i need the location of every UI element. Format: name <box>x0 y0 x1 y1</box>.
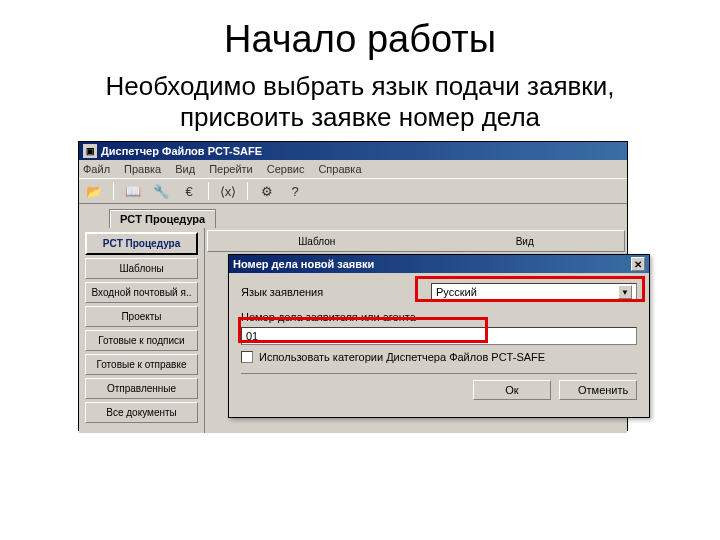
sidebar-item-ready-send[interactable]: Готовые к отправке <box>85 354 198 375</box>
use-categories-checkbox[interactable] <box>241 351 253 363</box>
menu-bar: Файл Правка Вид Перейти Сервис Справка <box>79 160 627 178</box>
close-icon[interactable]: ✕ <box>631 257 645 271</box>
dialog-titlebar: Номер дела новой заявки ✕ <box>229 255 649 273</box>
menu-go[interactable]: Перейти <box>209 163 253 175</box>
separator <box>247 182 248 200</box>
case-number-input[interactable] <box>241 327 637 345</box>
sidebar-item-projects[interactable]: Проекты <box>85 306 198 327</box>
tab-pct-procedure[interactable]: PCT Процедура <box>109 209 216 228</box>
euro-icon[interactable]: € <box>180 182 198 200</box>
dialog-title: Номер дела новой заявки <box>233 258 374 270</box>
help-icon[interactable]: ? <box>286 182 304 200</box>
tab-row: PCT Процедура <box>79 204 627 228</box>
ok-button[interactable]: Ок <box>473 380 551 400</box>
settings-icon[interactable]: ⚙ <box>258 182 276 200</box>
sidebar-item-templates[interactable]: Шаблоны <box>85 258 198 279</box>
cancel-button[interactable]: Отменить <box>559 380 637 400</box>
panel-header: Шаблон Вид <box>207 230 625 252</box>
wrench-icon[interactable]: 🔧 <box>152 182 170 200</box>
menu-help[interactable]: Справка <box>318 163 361 175</box>
separator <box>208 182 209 200</box>
main-title: Диспетчер Файлов PCT-SAFE <box>101 145 262 157</box>
slide-title: Начало работы <box>0 18 720 61</box>
sidebar: PCT Процедура Шаблоны Входной почтовый я… <box>79 228 204 433</box>
variable-icon[interactable]: ⟨x⟩ <box>219 182 237 200</box>
use-categories-label: Использовать категории Диспетчера Файлов… <box>259 351 545 363</box>
main-titlebar: ▣ Диспетчер Файлов PCT-SAFE <box>79 142 627 160</box>
language-label: Язык заявления <box>241 286 431 298</box>
language-value: Русский <box>436 286 477 298</box>
sidebar-item-pct[interactable]: PCT Процедура <box>85 232 198 255</box>
menu-view[interactable]: Вид <box>175 163 195 175</box>
chevron-down-icon[interactable]: ▼ <box>618 285 632 299</box>
app-icon: ▣ <box>83 144 97 158</box>
sidebar-item-sent[interactable]: Отправленные <box>85 378 198 399</box>
col-view: Вид <box>516 236 534 247</box>
col-template: Шаблон <box>298 236 335 247</box>
sidebar-item-all-docs[interactable]: Все документы <box>85 402 198 423</box>
sidebar-item-ready-sign[interactable]: Готовые к подписи <box>85 330 198 351</box>
menu-edit[interactable]: Правка <box>124 163 161 175</box>
menu-service[interactable]: Сервис <box>267 163 305 175</box>
screenshot-area: ▣ Диспетчер Файлов PCT-SAFE Файл Правка … <box>78 141 638 441</box>
toolbar: 📂 📖 🔧 € ⟨x⟩ ⚙ ? <box>79 178 627 204</box>
menu-file[interactable]: Файл <box>83 163 110 175</box>
slide-subtitle: Необходимо выбрать язык подачи заявки, п… <box>40 71 680 133</box>
sidebar-item-inbox[interactable]: Входной почтовый я.. <box>85 282 198 303</box>
language-select[interactable]: Русский ▼ <box>431 283 637 301</box>
separator <box>113 182 114 200</box>
dialog-new-case: Номер дела новой заявки ✕ Язык заявления… <box>228 254 650 418</box>
case-number-label: Номер дела заявителя или агента <box>241 311 416 323</box>
open-icon[interactable]: 📂 <box>85 182 103 200</box>
book-icon[interactable]: 📖 <box>124 182 142 200</box>
